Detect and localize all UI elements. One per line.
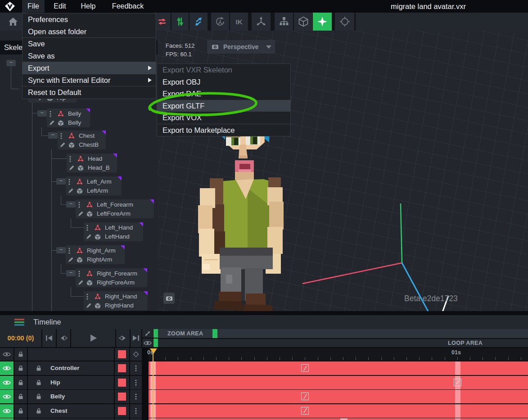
- bone-name[interactable]: Right_Hand: [105, 293, 137, 300]
- timeline-ruler[interactable]: 0s 01s: [149, 348, 528, 361]
- menu-item-sync-external-editor[interactable]: Sync with External Editor: [23, 74, 156, 86]
- menu-item-export-vox[interactable]: Export VOX: [157, 112, 290, 124]
- menu-feedback[interactable]: Feedback: [105, 0, 150, 13]
- track-visibility-toggle[interactable]: [0, 390, 14, 403]
- track-options-button[interactable]: [130, 404, 142, 418]
- track-visibility-toggle[interactable]: [0, 404, 14, 418]
- bone-name[interactable]: Left_Forearm: [97, 201, 133, 208]
- track-color-swatch[interactable]: [115, 376, 129, 389]
- tool-ik[interactable]: IK: [230, 13, 248, 31]
- track-clip[interactable]: [149, 390, 528, 403]
- edit-pencil-icon[interactable]: [77, 211, 84, 217]
- skeleton-node-chest[interactable]: Chest ChestB: [58, 131, 106, 149]
- edit-pencil-icon[interactable]: [86, 303, 92, 309]
- mesh-name[interactable]: Head_B: [88, 164, 110, 171]
- track-name-cell[interactable]: Chest: [28, 404, 114, 418]
- tool-move-axes[interactable]: [252, 13, 271, 31]
- keyframe-ease[interactable]: [301, 364, 309, 372]
- tool-target[interactable]: [335, 13, 354, 31]
- toggle-all-lock[interactable]: [14, 348, 27, 361]
- tool-swap-diagonal[interactable]: [190, 13, 208, 31]
- track-lock-toggle[interactable]: [14, 404, 27, 418]
- visibility-toggle-button[interactable]: [142, 339, 153, 347]
- collapse-button[interactable]: −: [48, 132, 58, 139]
- menu-item-open-asset-folder[interactable]: Open asset folder: [23, 26, 156, 38]
- skeleton-node-right-forearm[interactable]: Right_Forearm RightForeArm: [76, 268, 147, 287]
- bone-name[interactable]: Left_Arm: [87, 178, 112, 185]
- bone-name[interactable]: Right_Arm: [87, 247, 116, 254]
- keyframe-linear[interactable]: [454, 379, 461, 386]
- collapse-button[interactable]: −: [66, 270, 76, 276]
- rewind-button[interactable]: [57, 329, 70, 347]
- collapse-button[interactable]: −: [66, 201, 76, 208]
- tool-sort-vertical[interactable]: [171, 13, 189, 31]
- track-lock-toggle[interactable]: [14, 361, 27, 375]
- collapse-button[interactable]: −: [56, 247, 66, 253]
- menu-item-save-as[interactable]: Save as: [23, 50, 156, 62]
- skeleton-node-right-arm[interactable]: Right_Arm RightArm: [66, 245, 125, 264]
- track-name-cell[interactable]: Hip: [28, 376, 114, 389]
- skip-to-end-button[interactable]: [131, 329, 141, 347]
- loop-area-bar[interactable]: LOOP AREA: [158, 339, 528, 347]
- track-lock-toggle[interactable]: [14, 418, 27, 420]
- keyframe-diamond-button[interactable]: [130, 348, 142, 361]
- mesh-name[interactable]: RightForeArm: [97, 279, 135, 286]
- track-color-swatch[interactable]: [115, 390, 129, 403]
- collapse-button[interactable]: −: [6, 60, 16, 66]
- track-name-cell[interactable]: Belly: [28, 390, 114, 403]
- skip-to-start-button[interactable]: [42, 329, 56, 347]
- loop-area-start-handle[interactable]: [153, 339, 158, 347]
- bone-name[interactable]: Left_Hand: [105, 224, 133, 231]
- edit-pencil-icon[interactable]: [68, 165, 75, 171]
- track-visibility-toggle[interactable]: [0, 376, 14, 389]
- skeleton-node-belly[interactable]: Belly Belly: [47, 108, 90, 127]
- mesh-name[interactable]: LeftForeArm: [97, 210, 131, 217]
- skeleton-node-head[interactable]: Head Head_B: [67, 154, 117, 172]
- menu-item-export[interactable]: Export: [23, 62, 156, 74]
- keyframe-ease[interactable]: [301, 393, 309, 400]
- tool-snap-active[interactable]: [313, 13, 332, 31]
- track-color-swatch[interactable]: [115, 418, 129, 420]
- menu-item-save[interactable]: Save: [23, 38, 156, 50]
- drag-handle-icon[interactable]: [86, 225, 88, 231]
- mesh-name[interactable]: LeftHand: [105, 233, 130, 240]
- track-options-button[interactable]: [130, 390, 142, 403]
- collapse-button[interactable]: −: [37, 110, 47, 117]
- track-lock-toggle[interactable]: [14, 390, 27, 403]
- edit-pencil-icon[interactable]: [77, 280, 84, 286]
- track-name-cell[interactable]: [28, 418, 114, 420]
- menu-item-export-dae[interactable]: Export DAE: [157, 88, 290, 100]
- track-name-cell[interactable]: Controller: [28, 361, 114, 375]
- tool-skeleton-hierarchy[interactable]: [275, 13, 293, 31]
- resize-handle-button[interactable]: [142, 329, 153, 338]
- menu-item-export-gltf[interactable]: Export GLTF: [157, 100, 290, 112]
- edit-pencil-icon[interactable]: [86, 234, 92, 240]
- track-visibility-toggle[interactable]: [0, 418, 14, 420]
- skeleton-node-left-arm[interactable]: Left_Arm LeftArm: [66, 176, 122, 195]
- tool-cube-view[interactable]: [294, 13, 312, 31]
- edit-pencil-icon[interactable]: [59, 142, 66, 148]
- track-options-button[interactable]: [130, 376, 142, 389]
- timeline-menu-icon[interactable]: [14, 319, 26, 326]
- edit-pencil-icon[interactable]: [49, 120, 55, 126]
- fast-forward-button[interactable]: [116, 329, 130, 347]
- track-options-button[interactable]: [130, 361, 142, 375]
- drag-handle-icon[interactable]: [78, 271, 80, 277]
- track-color-swatch[interactable]: [115, 404, 129, 418]
- track-lock-toggle[interactable]: [14, 376, 27, 389]
- playhead-line[interactable]: [153, 348, 153, 420]
- drag-handle-icon[interactable]: [68, 248, 70, 254]
- skeleton-node-left-forearm[interactable]: Left_Forearm LeftForeArm: [76, 199, 154, 218]
- menu-item-export-to-marketplace[interactable]: Export to Marketplace: [157, 124, 290, 136]
- track-visibility-toggle[interactable]: [0, 361, 14, 375]
- menu-item-preferences[interactable]: Preferences: [23, 14, 156, 26]
- zoom-area-end-handle[interactable]: [212, 329, 217, 338]
- zoom-area-bar[interactable]: ZOOM AREA: [158, 329, 528, 338]
- bone-name[interactable]: Belly: [68, 110, 81, 117]
- zoom-area-start-handle[interactable]: [153, 329, 158, 338]
- drag-handle-icon[interactable]: [69, 156, 71, 162]
- drag-handle-icon[interactable]: [68, 179, 70, 185]
- edit-pencil-icon[interactable]: [68, 257, 74, 263]
- keyframe-ease[interactable]: [301, 407, 309, 415]
- collapse-button[interactable]: −: [56, 178, 66, 185]
